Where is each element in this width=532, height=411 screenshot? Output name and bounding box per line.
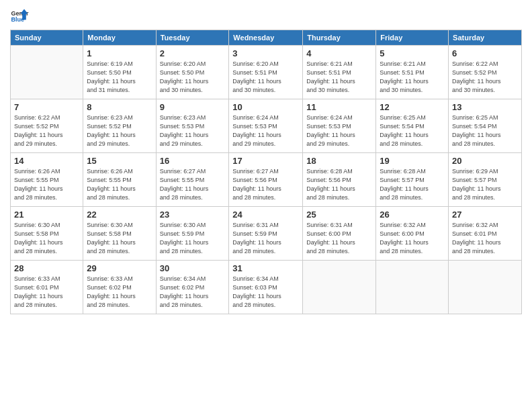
weekday-header-tuesday: Tuesday	[156, 30, 229, 46]
day-number: 5	[380, 48, 445, 58]
calendar-cell: 31Sunrise: 6:34 AM Sunset: 6:03 PM Dayli…	[229, 261, 303, 314]
calendar-cell: 20Sunrise: 6:29 AM Sunset: 5:57 PM Dayli…	[449, 153, 522, 207]
calendar-cell: 9Sunrise: 6:23 AM Sunset: 5:53 PM Daylig…	[156, 99, 229, 153]
day-info: Sunrise: 6:29 AM Sunset: 5:57 PM Dayligh…	[452, 167, 518, 202]
day-number: 17	[232, 156, 299, 166]
calendar-cell: 21Sunrise: 6:30 AM Sunset: 5:58 PM Dayli…	[11, 207, 83, 261]
day-number: 30	[160, 263, 226, 273]
day-number: 24	[232, 210, 299, 220]
svg-text:Blue: Blue	[11, 16, 24, 23]
calendar-cell	[376, 261, 449, 314]
day-info: Sunrise: 6:32 AM Sunset: 6:00 PM Dayligh…	[380, 221, 445, 256]
day-number: 1	[87, 48, 152, 58]
day-number: 31	[232, 263, 299, 273]
day-number: 10	[232, 102, 299, 112]
calendar-cell: 7Sunrise: 6:22 AM Sunset: 5:52 PM Daylig…	[11, 99, 83, 153]
calendar-cell: 23Sunrise: 6:30 AM Sunset: 5:59 PM Dayli…	[156, 207, 229, 261]
day-info: Sunrise: 6:25 AM Sunset: 5:54 PM Dayligh…	[452, 113, 518, 148]
day-number: 2	[160, 48, 226, 58]
weekday-header-monday: Monday	[83, 30, 156, 46]
day-info: Sunrise: 6:22 AM Sunset: 5:52 PM Dayligh…	[14, 113, 79, 148]
calendar-cell: 8Sunrise: 6:23 AM Sunset: 5:52 PM Daylig…	[83, 99, 156, 153]
day-info: Sunrise: 6:23 AM Sunset: 5:52 PM Dayligh…	[87, 113, 152, 148]
day-number: 27	[452, 210, 518, 220]
day-info: Sunrise: 6:34 AM Sunset: 6:02 PM Dayligh…	[160, 275, 226, 310]
day-number: 6	[452, 48, 518, 58]
day-info: Sunrise: 6:19 AM Sunset: 5:50 PM Dayligh…	[87, 60, 152, 95]
weekday-header-sunday: Sunday	[11, 30, 83, 46]
calendar-cell: 11Sunrise: 6:24 AM Sunset: 5:53 PM Dayli…	[303, 99, 376, 153]
calendar-cell: 19Sunrise: 6:28 AM Sunset: 5:57 PM Dayli…	[376, 153, 449, 207]
calendar-cell: 2Sunrise: 6:20 AM Sunset: 5:50 PM Daylig…	[156, 46, 229, 99]
day-number: 11	[306, 102, 372, 112]
day-number: 7	[14, 102, 79, 112]
day-info: Sunrise: 6:33 AM Sunset: 6:01 PM Dayligh…	[14, 275, 79, 310]
calendar-table: SundayMondayTuesdayWednesdayThursdayFrid…	[10, 30, 522, 314]
day-info: Sunrise: 6:24 AM Sunset: 5:53 PM Dayligh…	[232, 113, 299, 148]
calendar-cell	[11, 46, 83, 99]
calendar-cell: 13Sunrise: 6:25 AM Sunset: 5:54 PM Dayli…	[449, 99, 522, 153]
calendar-cell: 12Sunrise: 6:25 AM Sunset: 5:54 PM Dayli…	[376, 99, 449, 153]
calendar-cell: 29Sunrise: 6:33 AM Sunset: 6:02 PM Dayli…	[83, 261, 156, 314]
calendar-cell: 27Sunrise: 6:32 AM Sunset: 6:01 PM Dayli…	[449, 207, 522, 261]
day-info: Sunrise: 6:27 AM Sunset: 5:56 PM Dayligh…	[232, 167, 299, 202]
day-info: Sunrise: 6:34 AM Sunset: 6:03 PM Dayligh…	[232, 275, 299, 310]
day-number: 26	[380, 210, 445, 220]
calendar-cell: 28Sunrise: 6:33 AM Sunset: 6:01 PM Dayli…	[11, 261, 83, 314]
day-number: 23	[160, 210, 226, 220]
weekday-header-friday: Friday	[376, 30, 449, 46]
calendar-cell: 26Sunrise: 6:32 AM Sunset: 6:00 PM Dayli…	[376, 207, 449, 261]
calendar-cell: 14Sunrise: 6:26 AM Sunset: 5:55 PM Dayli…	[11, 153, 83, 207]
day-info: Sunrise: 6:30 AM Sunset: 5:59 PM Dayligh…	[160, 221, 226, 256]
day-number: 22	[87, 210, 152, 220]
day-number: 13	[452, 102, 518, 112]
calendar-cell: 22Sunrise: 6:30 AM Sunset: 5:58 PM Dayli…	[83, 207, 156, 261]
header: General Blue	[10, 7, 522, 26]
day-info: Sunrise: 6:26 AM Sunset: 5:55 PM Dayligh…	[87, 167, 152, 202]
calendar-cell	[303, 261, 376, 314]
day-info: Sunrise: 6:26 AM Sunset: 5:55 PM Dayligh…	[14, 167, 79, 202]
day-number: 28	[14, 263, 79, 273]
calendar-cell: 18Sunrise: 6:28 AM Sunset: 5:56 PM Dayli…	[303, 153, 376, 207]
day-info: Sunrise: 6:23 AM Sunset: 5:53 PM Dayligh…	[160, 113, 226, 148]
day-info: Sunrise: 6:21 AM Sunset: 5:51 PM Dayligh…	[380, 60, 445, 95]
page: General Blue SundayMondayTuesdayWednesda…	[0, 0, 532, 411]
day-info: Sunrise: 6:28 AM Sunset: 5:56 PM Dayligh…	[306, 167, 372, 202]
calendar-cell: 25Sunrise: 6:31 AM Sunset: 6:00 PM Dayli…	[303, 207, 376, 261]
day-number: 25	[306, 210, 372, 220]
weekday-header-row: SundayMondayTuesdayWednesdayThursdayFrid…	[11, 30, 522, 46]
day-info: Sunrise: 6:31 AM Sunset: 6:00 PM Dayligh…	[306, 221, 372, 256]
day-number: 12	[380, 102, 445, 112]
calendar-cell: 30Sunrise: 6:34 AM Sunset: 6:02 PM Dayli…	[156, 261, 229, 314]
calendar-cell: 17Sunrise: 6:27 AM Sunset: 5:56 PM Dayli…	[229, 153, 303, 207]
day-info: Sunrise: 6:25 AM Sunset: 5:54 PM Dayligh…	[380, 113, 445, 148]
day-number: 8	[87, 102, 152, 112]
day-info: Sunrise: 6:22 AM Sunset: 5:52 PM Dayligh…	[452, 60, 518, 95]
day-info: Sunrise: 6:20 AM Sunset: 5:51 PM Dayligh…	[232, 60, 299, 95]
calendar-cell: 16Sunrise: 6:27 AM Sunset: 5:55 PM Dayli…	[156, 153, 229, 207]
day-number: 14	[14, 156, 79, 166]
calendar-cell: 15Sunrise: 6:26 AM Sunset: 5:55 PM Dayli…	[83, 153, 156, 207]
day-info: Sunrise: 6:30 AM Sunset: 5:58 PM Dayligh…	[14, 221, 79, 256]
day-number: 9	[160, 102, 226, 112]
calendar-week-3: 14Sunrise: 6:26 AM Sunset: 5:55 PM Dayli…	[11, 153, 522, 207]
calendar-cell: 6Sunrise: 6:22 AM Sunset: 5:52 PM Daylig…	[449, 46, 522, 99]
day-info: Sunrise: 6:33 AM Sunset: 6:02 PM Dayligh…	[87, 275, 152, 310]
calendar-cell: 5Sunrise: 6:21 AM Sunset: 5:51 PM Daylig…	[376, 46, 449, 99]
day-number: 18	[306, 156, 372, 166]
calendar-week-4: 21Sunrise: 6:30 AM Sunset: 5:58 PM Dayli…	[11, 207, 522, 261]
day-number: 15	[87, 156, 152, 166]
calendar-cell: 1Sunrise: 6:19 AM Sunset: 5:50 PM Daylig…	[83, 46, 156, 99]
day-info: Sunrise: 6:27 AM Sunset: 5:55 PM Dayligh…	[160, 167, 226, 202]
day-number: 16	[160, 156, 226, 166]
day-number: 19	[380, 156, 445, 166]
logo-icon: General Blue	[10, 7, 29, 26]
day-info: Sunrise: 6:20 AM Sunset: 5:50 PM Dayligh…	[160, 60, 226, 95]
weekday-header-wednesday: Wednesday	[229, 30, 303, 46]
day-number: 21	[14, 210, 79, 220]
day-info: Sunrise: 6:32 AM Sunset: 6:01 PM Dayligh…	[452, 221, 518, 256]
day-number: 3	[232, 48, 299, 58]
weekday-header-thursday: Thursday	[303, 30, 376, 46]
calendar-week-1: 1Sunrise: 6:19 AM Sunset: 5:50 PM Daylig…	[11, 46, 522, 99]
calendar-cell: 3Sunrise: 6:20 AM Sunset: 5:51 PM Daylig…	[229, 46, 303, 99]
